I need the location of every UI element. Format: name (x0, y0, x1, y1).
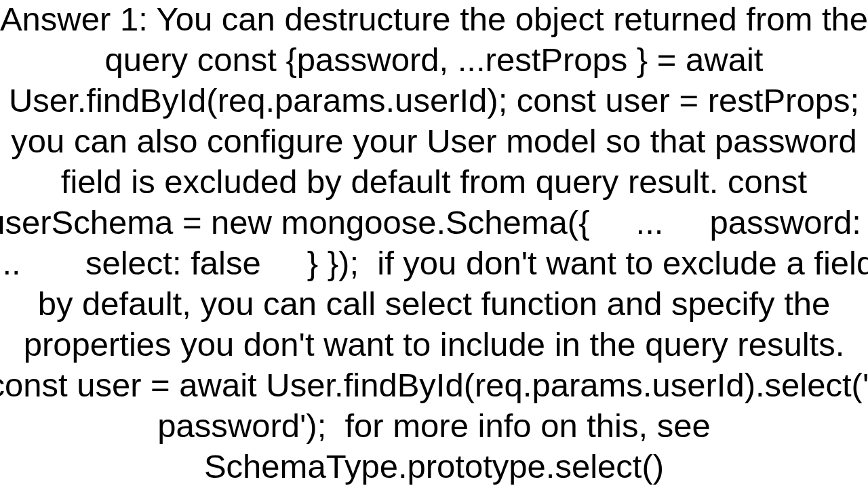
answer-text: Answer 1: You can destructure the object… (0, 0, 868, 487)
document-viewport: Answer 1: You can destructure the object… (0, 0, 868, 488)
